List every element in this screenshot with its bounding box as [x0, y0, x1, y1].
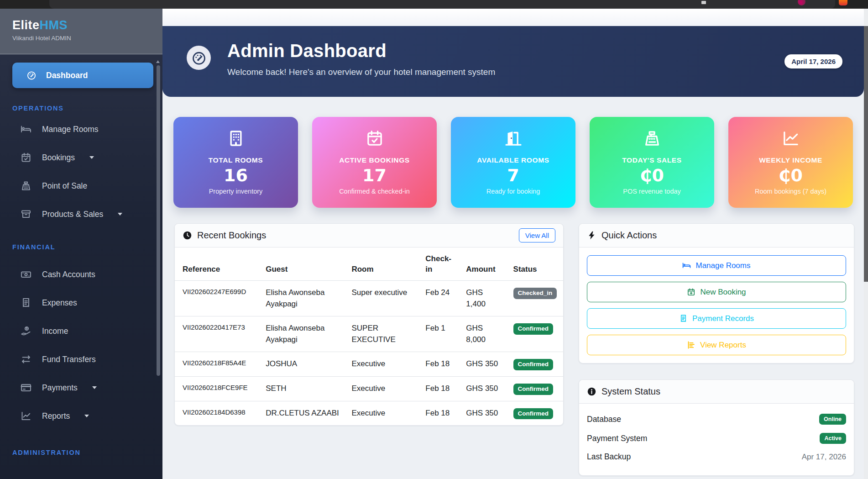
stat-sub: Confirmed & checked-in: [312, 188, 437, 195]
stat-sub: Ready for booking: [451, 188, 575, 195]
stat-card-weekly-income: WEEKLY INCOME ₵0 Room bookings (7 days): [728, 117, 853, 208]
calendar-check-icon: [366, 129, 384, 147]
booking-checkin: Feb 18: [421, 376, 461, 401]
stat-card-todays-sales: TODAY'S SALES ₵0 POS revenue today: [590, 117, 714, 208]
sidebar-item-income[interactable]: Income: [0, 320, 162, 342]
stat-sub: Property inventory: [173, 188, 298, 195]
booking-checkin: Feb 24: [421, 280, 461, 316]
sidebar-item-label: Products & Sales: [42, 210, 103, 219]
status-label: Database: [587, 415, 621, 424]
column-header-room: Room: [347, 247, 421, 280]
sidebar-scrollbar-thumb[interactable]: [157, 65, 160, 376]
booking-amount: GHS 350: [461, 352, 508, 376]
sidebar-item-fund-transfers[interactable]: Fund Transfers: [0, 348, 162, 370]
chart-line-icon: [782, 129, 800, 147]
sidebar-item-point-of-sale[interactable]: Point of Sale: [0, 175, 162, 197]
page-subtitle: Welcome back! Here's an overview of your…: [227, 67, 495, 77]
browser-extension-icon[interactable]: [839, 0, 847, 5]
table-row: VII202602247E699D Elisha Awonseba Ayakpa…: [175, 280, 563, 316]
table-row: VII20260218F85A4E JOSHUA Executive Feb 1…: [175, 352, 563, 376]
chevron-down-icon: [89, 156, 94, 159]
status-badge: Confirmed: [513, 323, 554, 335]
hand-holding-dollar-icon: [21, 326, 31, 337]
sidebar-item-label: Payments: [42, 383, 78, 393]
stat-value: 17: [312, 167, 437, 184]
status-badge: Confirmed: [513, 384, 554, 395]
sidebar-item-manage-rooms[interactable]: Manage Rooms: [0, 118, 162, 140]
sidebar-item-label: Income: [42, 326, 68, 336]
sidebar-item-label: Dashboard: [46, 71, 88, 80]
sidebar-section-administration: ADMINISTRATION: [12, 449, 162, 456]
status-row-last-backup: Last Backup Apr 17, 2026: [587, 448, 846, 466]
stat-cards-row: TOTAL ROOMS 16 Property inventory ACTIVE…: [173, 117, 853, 208]
bed-icon: [21, 124, 31, 135]
booking-amount: GHS 1,400: [461, 280, 508, 316]
status-badge: Checked_in: [513, 288, 557, 299]
stat-label: ACTIVE BOOKINGS: [312, 156, 437, 164]
booking-room: SUPER EXECUTIVE: [347, 316, 421, 352]
view-reports-button[interactable]: View Reports: [587, 335, 846, 355]
content-top-strip: [162, 9, 864, 26]
status-badge: Online: [819, 414, 846, 425]
page-scrollbar-thumb[interactable]: [864, 26, 868, 282]
sidebar-item-expenses[interactable]: Expenses: [0, 292, 162, 314]
button-label: New Booking: [700, 288, 746, 297]
stat-card-total-rooms: TOTAL ROOMS 16 Property inventory: [173, 117, 298, 208]
stat-label: TODAY'S SALES: [590, 156, 714, 164]
browser-window-icon[interactable]: [701, 1, 706, 4]
manage-rooms-button[interactable]: Manage Rooms: [587, 255, 846, 276]
payment-records-button[interactable]: Payment Records: [587, 308, 846, 329]
panel-title: System Status: [601, 386, 660, 397]
booking-reference: VII20260218FCE9FE: [175, 376, 261, 401]
sidebar-scrollbar-up-arrow[interactable]: [156, 60, 160, 63]
door-open-icon: [504, 129, 523, 147]
status-badge: Confirmed: [513, 408, 554, 420]
chart-line-icon: [21, 411, 31, 421]
booking-room: Super executive: [347, 280, 421, 316]
calendar-plus-icon: [687, 288, 695, 296]
browser-tab[interactable]: [49, 0, 835, 9]
sidebar-item-bookings[interactable]: Bookings: [0, 147, 162, 168]
box-icon: [21, 209, 31, 220]
sidebar-item-reports[interactable]: Reports: [0, 405, 162, 427]
sidebar-item-label: Bookings: [42, 153, 75, 163]
credit-card-icon: [21, 382, 31, 393]
status-row-payment-system: Payment System Active: [587, 429, 846, 448]
chevron-down-icon: [118, 213, 122, 216]
status-badge: Active: [820, 433, 846, 444]
booking-room: Executive: [347, 352, 421, 376]
browser-chrome-bar: [0, 0, 868, 9]
chart-bars-icon: [687, 341, 695, 349]
sidebar-nav: OPERATIONS Manage Rooms Bookings Point o…: [0, 88, 162, 456]
sidebar-section-financial: FINANCIAL: [12, 243, 162, 251]
sidebar-item-products-sales[interactable]: Products & Sales: [0, 203, 162, 225]
booking-guest: DR.CLETUS AZAABI: [261, 401, 347, 425]
new-booking-button[interactable]: New Booking: [587, 282, 846, 302]
view-all-button[interactable]: View All: [519, 228, 555, 242]
booking-reference: VII202602247E699D: [175, 280, 261, 316]
sidebar-brand: EliteHMS Viikandi Hotel ADMIN: [0, 9, 162, 54]
column-header-status: Status: [509, 247, 563, 280]
stat-value: 16: [173, 167, 298, 184]
status-label: Last Backup: [587, 452, 631, 462]
booking-checkin: Feb 18: [421, 352, 461, 376]
sidebar-item-dashboard[interactable]: Dashboard: [12, 63, 153, 88]
status-value: Apr 17, 2026: [802, 453, 846, 462]
calendar-check-icon: [21, 152, 31, 163]
booking-room: Executive: [347, 401, 421, 425]
gauge-badge: [187, 46, 211, 70]
sidebar-item-payments[interactable]: Payments: [0, 377, 162, 399]
column-header-guest: Guest: [261, 247, 347, 280]
button-label: View Reports: [700, 341, 746, 350]
booking-amount: GHS 350: [461, 376, 508, 401]
status-label: Payment System: [587, 434, 647, 443]
clock-icon: [183, 231, 192, 240]
money-bill-icon: [21, 269, 31, 280]
booking-guest: Elisha Awonseba Ayakpagi: [261, 316, 347, 352]
booking-amount: GHS 350: [461, 401, 508, 425]
brand-name-part1: Elite: [12, 18, 40, 32]
bookings-table: Reference Guest Room Check-in Amount Sta…: [175, 247, 563, 425]
stat-value: ₵0: [728, 167, 853, 184]
sidebar-item-cash-accounts[interactable]: Cash Accounts: [0, 263, 162, 285]
button-label: Manage Rooms: [695, 261, 750, 270]
